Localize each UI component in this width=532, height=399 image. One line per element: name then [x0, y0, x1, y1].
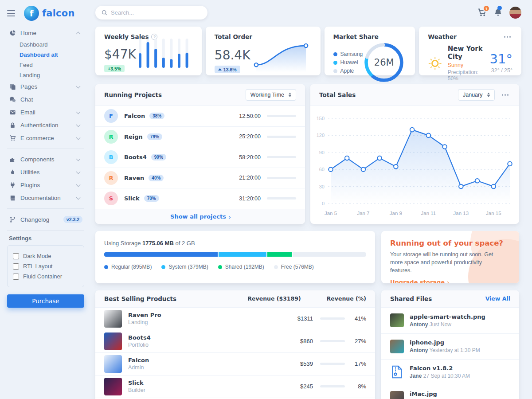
- chevron-down-icon: [76, 122, 81, 127]
- brand-logo[interactable]: f falcon: [24, 6, 75, 21]
- ellipsis-menu-icon[interactable]: [502, 34, 513, 39]
- sidebar-item-landing[interactable]: Landing: [7, 70, 84, 80]
- revenue-progress-bar: [320, 363, 345, 365]
- total-order-value: 58.4K: [215, 49, 250, 63]
- sidebar-item-dashboard-alt[interactable]: Dashboard alt: [7, 50, 84, 60]
- product-name-link[interactable]: Falcon: [128, 357, 149, 364]
- revenue-column-header: Revenue ($3189): [247, 295, 301, 302]
- market-share-title: Market Share: [333, 33, 379, 40]
- sidebar-item-components[interactable]: Components: [7, 153, 84, 166]
- storage-title: Using Storage 1775.06 MB of 2 GB: [104, 240, 366, 246]
- project-row-boots4: B Boots4 90% 58:20:00: [95, 147, 305, 168]
- total-sales-card: Total Sales January 0306090120150Jan 5Ja…: [310, 84, 519, 224]
- product-name-link[interactable]: Raven Pro: [128, 312, 161, 318]
- book-icon: [9, 195, 16, 201]
- weekly-sales-card: Weekly Sales ? $47K +3.5%: [95, 27, 202, 75]
- sidebar-item-chat[interactable]: Chat: [7, 93, 84, 106]
- code-branch-icon: [9, 216, 16, 223]
- notifications-button[interactable]: [494, 8, 502, 17]
- svg-text:Jan 5: Jan 5: [325, 211, 337, 216]
- cart-button[interactable]: 1: [477, 8, 487, 17]
- sidebar-item-ecommerce[interactable]: E commerce: [7, 132, 84, 145]
- table-row: Raven ProLanding $1311 41%: [95, 308, 375, 330]
- sidebar-item-plugins[interactable]: Plugins: [7, 179, 84, 192]
- svg-text:Jan 9: Jan 9: [390, 211, 402, 216]
- sidebar-item-email[interactable]: Email: [7, 106, 84, 119]
- flame-icon: [9, 169, 16, 176]
- svg-text:Jan 7: Jan 7: [357, 211, 369, 216]
- stats-row: Weekly Sales ? $47K +3.5% Total Order 58…: [95, 27, 521, 75]
- dark-mode-toggle[interactable]: Dark Mode: [13, 251, 78, 261]
- sidebar-item-documentation[interactable]: Documentation: [7, 192, 84, 204]
- promo-title: Running out of your space?: [390, 239, 510, 247]
- chat-icon: [9, 96, 16, 103]
- chevron-down-icon: [76, 169, 81, 174]
- project-progress-badge: 90%: [151, 154, 166, 160]
- revenue-progress-bar: [320, 385, 345, 387]
- sidebar-item-utilities[interactable]: Utilities: [7, 166, 84, 179]
- chevron-up-icon: [76, 31, 81, 36]
- shared-files-card: Shared Files View All apple-smart-watch.…: [381, 290, 519, 399]
- select-arrows-icon: [487, 93, 490, 97]
- month-select[interactable]: January: [458, 89, 494, 101]
- file-name-link[interactable]: Falcon v1.8.2: [410, 365, 453, 372]
- progress-bar: [267, 177, 296, 179]
- weather-temp: 31°: [490, 53, 512, 66]
- project-row-falcon: F Falcon 38% 12:50:00: [95, 106, 305, 127]
- rtl-layout-toggle[interactable]: RTL Layout: [13, 261, 78, 271]
- ellipsis-menu-icon[interactable]: [500, 92, 511, 98]
- svg-text:Jan 11: Jan 11: [421, 211, 436, 216]
- revenue-pct-column-header: Revenue (%): [327, 295, 366, 302]
- sidebar-divider: [7, 230, 84, 231]
- file-name-link[interactable]: apple-smart-watch.png: [410, 313, 485, 320]
- upgrade-storage-link[interactable]: Upgrade storage: [390, 279, 449, 283]
- envelope-icon: [9, 109, 16, 116]
- table-row: SlickBuilder $245 8%: [95, 376, 375, 398]
- product-name-link[interactable]: Boots4: [128, 334, 151, 341]
- weather-range: 32° / 25°: [490, 67, 512, 74]
- project-row-slick: S Slick 70% 31:20:00: [95, 188, 305, 209]
- sun-icon: [428, 53, 442, 74]
- file-name-link[interactable]: iphone.jpg: [410, 339, 444, 346]
- rtl-layout-checkbox[interactable]: [13, 263, 19, 270]
- market-share-total: 26M: [363, 41, 405, 84]
- sidebar-item-home[interactable]: Home: [7, 27, 84, 39]
- product-thumbnail: [104, 332, 122, 350]
- svg-text:90: 90: [319, 150, 325, 155]
- svg-text:Jan 15: Jan 15: [486, 211, 501, 216]
- storage-legend: Regular (895MB) System (379MB) Shared (1…: [104, 263, 366, 271]
- show-all-projects-link[interactable]: Show all projects: [170, 213, 230, 220]
- table-row: Boots4Portfolio $860 27%: [95, 330, 375, 353]
- weekly-sales-bar-chart: [136, 36, 193, 72]
- middle-row: Running Projects Working Time F Falcon 3…: [95, 84, 521, 224]
- svg-text:Jan 13: Jan 13: [454, 211, 469, 216]
- search-input[interactable]: [111, 9, 201, 16]
- list-item: iMac.jpg Rowen 23 Sep at 6:10 PM: [381, 385, 519, 399]
- view-all-link[interactable]: View All: [485, 295, 510, 302]
- sidebar-item-changelog[interactable]: Changelog v2.3.2: [7, 213, 84, 226]
- sidebar-toggle-button[interactable]: [7, 9, 18, 18]
- total-order-card: Total Order 58.4K 13.6%: [206, 27, 321, 75]
- sidebar-item-dashboard[interactable]: Dashboard: [7, 39, 84, 50]
- total-order-badge: 13.6%: [215, 66, 240, 73]
- sidebar-item-pages[interactable]: Pages: [7, 80, 84, 93]
- fluid-container-checkbox[interactable]: [13, 274, 19, 280]
- working-time-select[interactable]: Working Time: [246, 89, 296, 101]
- list-item: Falcon v1.8.2 Jane 27 Sep at 10:30 AM: [381, 359, 519, 385]
- sidebar-item-feed[interactable]: Feed: [7, 60, 84, 70]
- svg-text:120: 120: [317, 133, 325, 138]
- sidebar-divider: [7, 149, 84, 149]
- chevron-down-icon: [76, 110, 81, 114]
- purchase-button[interactable]: Purchase: [7, 294, 84, 308]
- progress-bar: [267, 136, 296, 138]
- sidebar-item-authentication[interactable]: Authentication: [7, 119, 84, 132]
- user-avatar[interactable]: [509, 7, 521, 19]
- product-name-link[interactable]: Slick: [128, 379, 144, 386]
- fluid-container-toggle[interactable]: Fluid Container: [13, 271, 78, 282]
- weekly-sales-badge: +3.5%: [104, 65, 125, 72]
- chevron-right-icon: [446, 282, 449, 283]
- search-box[interactable]: [95, 6, 207, 20]
- product-thumbnail: [104, 378, 122, 395]
- dark-mode-checkbox[interactable]: [13, 253, 19, 259]
- file-name-link[interactable]: iMac.jpg: [410, 391, 437, 397]
